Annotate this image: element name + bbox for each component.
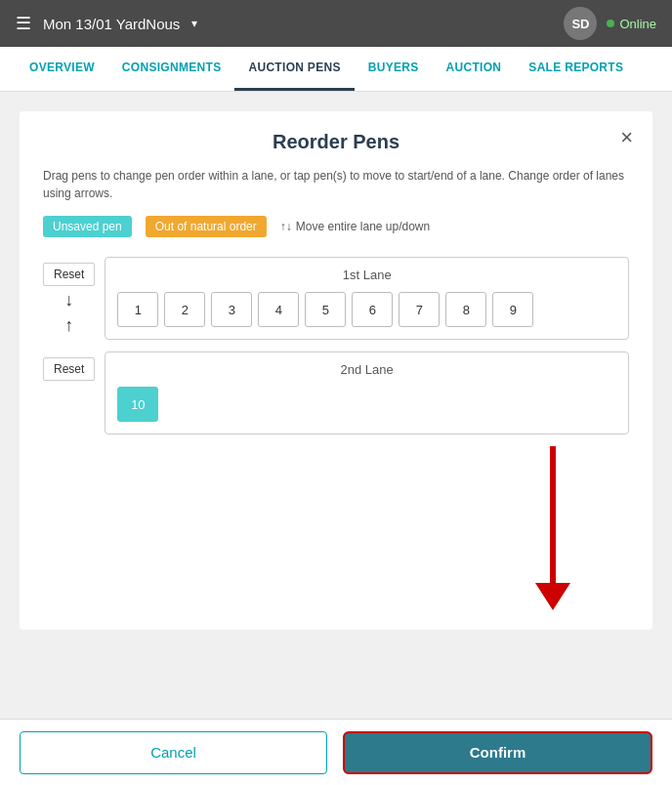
panel-title: Reorder Pens bbox=[43, 131, 629, 153]
online-status: Online bbox=[607, 17, 656, 31]
red-arrow bbox=[535, 446, 570, 610]
close-button[interactable]: × bbox=[620, 127, 633, 148]
pen-4[interactable]: 4 bbox=[258, 292, 299, 327]
cancel-button[interactable]: Cancel bbox=[20, 731, 327, 774]
lane-2-title: 2nd Lane bbox=[117, 362, 616, 377]
tab-consignments[interactable]: CONSIGNMENTS bbox=[108, 47, 235, 91]
lane-1-controls: Reset ↓ ↑ bbox=[43, 257, 95, 336]
top-bar-right: SD Online bbox=[564, 7, 656, 40]
lane-1-title: 1st Lane bbox=[117, 268, 616, 282]
tab-auction-pens[interactable]: AUCTION PENS bbox=[234, 47, 354, 91]
tab-buyers[interactable]: BUYERS bbox=[355, 47, 433, 91]
tab-overview[interactable]: OVERVIEW bbox=[16, 47, 108, 91]
lane-1-box: 1st Lane 1 2 3 4 5 6 7 8 9 bbox=[105, 257, 629, 340]
legend-unsaved: Unsaved pen bbox=[43, 216, 132, 237]
move-label-text: Move entire lane up/down bbox=[296, 220, 430, 233]
lane-1-reset-button[interactable]: Reset bbox=[43, 263, 95, 286]
online-label: Online bbox=[619, 17, 656, 31]
pen-8[interactable]: 8 bbox=[445, 292, 486, 327]
arrow-head bbox=[535, 583, 570, 610]
lane-2-reset-button[interactable]: Reset bbox=[43, 357, 95, 381]
panel-description: Drag pens to change pen order within a l… bbox=[43, 167, 629, 202]
tab-sale-reports[interactable]: SALE REPORTS bbox=[515, 47, 637, 91]
pen-3[interactable]: 3 bbox=[211, 292, 252, 327]
arrow-annotation bbox=[43, 446, 629, 610]
arrow-line bbox=[550, 446, 556, 583]
updown-arrows-icon: ↑↓ bbox=[280, 220, 292, 233]
avatar: SD bbox=[564, 7, 597, 40]
pen-7[interactable]: 7 bbox=[399, 292, 440, 327]
main-content: × Reorder Pens Drag pens to change pen o… bbox=[0, 92, 672, 716]
lane-2-box: 2nd Lane 10 bbox=[105, 351, 629, 434]
top-bar: ☰ Mon 13/01 YardNous ▾ SD Online bbox=[0, 0, 672, 47]
lane-1-up-arrow[interactable]: ↑ bbox=[64, 315, 73, 337]
pen-9[interactable]: 9 bbox=[492, 292, 533, 327]
lane-2-container: Reset 2nd Lane 10 bbox=[43, 351, 629, 434]
reorder-pens-panel: × Reorder Pens Drag pens to change pen o… bbox=[20, 111, 652, 630]
pen-5[interactable]: 5 bbox=[305, 292, 346, 327]
hamburger-icon[interactable]: ☰ bbox=[16, 13, 31, 34]
lane-2-controls: Reset bbox=[43, 351, 95, 381]
confirm-button[interactable]: Confirm bbox=[343, 731, 652, 774]
legend-move-label: ↑↓ Move entire lane up/down bbox=[280, 220, 430, 233]
nav-tabs: OVERVIEW CONSIGNMENTS AUCTION PENS BUYER… bbox=[0, 47, 672, 92]
lane-1-pens: 1 2 3 4 5 6 7 8 9 bbox=[117, 292, 616, 327]
legend-natural-order: Out of natural order bbox=[146, 216, 267, 237]
pen-10[interactable]: 10 bbox=[117, 387, 158, 422]
lane-1-container: Reset ↓ ↑ 1st Lane 1 2 3 4 5 6 7 8 9 bbox=[43, 257, 629, 340]
lane-2-pens: 10 bbox=[117, 387, 616, 422]
pen-1[interactable]: 1 bbox=[117, 292, 158, 327]
lane-1-down-arrow[interactable]: ↓ bbox=[64, 290, 73, 311]
top-bar-title: Mon 13/01 YardNous bbox=[43, 16, 180, 32]
pen-2[interactable]: 2 bbox=[164, 292, 205, 327]
top-bar-left: ☰ Mon 13/01 YardNous ▾ bbox=[16, 13, 197, 34]
legend: Unsaved pen Out of natural order ↑↓ Move… bbox=[43, 216, 629, 237]
tab-auction[interactable]: AUCTION bbox=[433, 47, 516, 91]
pen-6[interactable]: 6 bbox=[352, 292, 393, 327]
online-dot bbox=[607, 20, 614, 27]
dropdown-icon[interactable]: ▾ bbox=[191, 17, 197, 30]
bottom-bar: Cancel Confirm bbox=[0, 719, 672, 785]
